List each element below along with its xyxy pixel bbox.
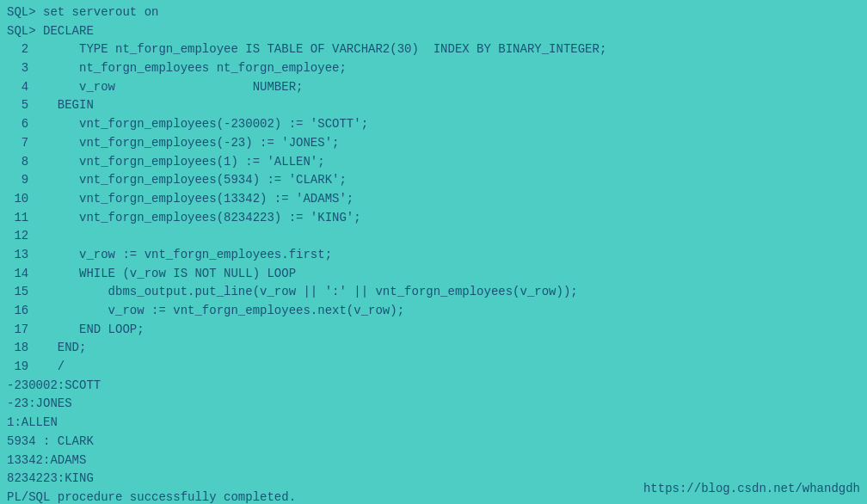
terminal-line: 5934 : CLARK [7, 433, 860, 452]
terminal-line: 9 vnt_forgn_employees(5934) := 'CLARK'; [7, 171, 860, 190]
terminal-line: 14 WHILE (v_row IS NOT NULL) LOOP [7, 265, 860, 284]
terminal-line: 11 vnt_forgn_employees(8234223) := 'KING… [7, 209, 860, 228]
terminal-line: SQL> DECLARE [7, 22, 860, 41]
terminal-line: SQL> set serverout on [7, 3, 860, 22]
terminal-line: 1:ALLEN [7, 414, 860, 433]
footer-url: https://blog.csdn.net/whandgdh [643, 482, 860, 495]
terminal-line: 10 vnt_forgn_employees(13342) := 'ADAMS'… [7, 190, 860, 209]
terminal-line: 19 / [7, 358, 860, 377]
terminal-line: 17 END LOOP; [7, 321, 860, 340]
terminal-line: -23:JONES [7, 395, 860, 414]
terminal-line: -230002:SCOTT [7, 377, 860, 396]
terminal-line: 16 v_row := vnt_forgn_employees.next(v_r… [7, 302, 860, 321]
terminal: SQL> set serverout onSQL> DECLARE 2 TYPE… [0, 0, 867, 504]
terminal-line: 5 BEGIN [7, 96, 860, 115]
terminal-line: 13342:ADAMS [7, 452, 860, 470]
terminal-line: 7 vnt_forgn_employees(-23) := 'JONES'; [7, 134, 860, 153]
terminal-line: 6 vnt_forgn_employees(-230002) := 'SCOTT… [7, 115, 860, 134]
terminal-line: 3 nt_forgn_employees nt_forgn_employee; [7, 59, 860, 78]
terminal-line: 4 v_row NUMBER; [7, 78, 860, 97]
terminal-line: 12 [7, 227, 860, 246]
terminal-line: 2 TYPE nt_forgn_employee IS TABLE OF VAR… [7, 40, 860, 59]
terminal-line: 13 v_row := vnt_forgn_employees.first; [7, 246, 860, 265]
terminal-line: 15 dbms_output.put_line(v_row || ':' || … [7, 283, 860, 302]
terminal-line: 18 END; [7, 339, 860, 358]
terminal-line: 8 vnt_forgn_employees(1) := 'ALLEN'; [7, 153, 860, 172]
